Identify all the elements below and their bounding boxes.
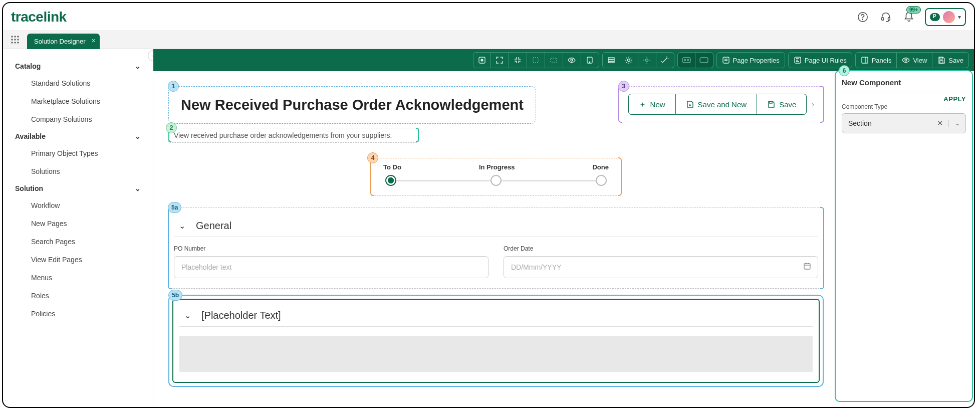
- svg-rect-21: [608, 60, 614, 61]
- tool-settings2-icon[interactable]: [638, 52, 656, 68]
- po-number-label: PO Number: [174, 245, 488, 252]
- svg-point-9: [17, 39, 19, 41]
- tool-settings-icon[interactable]: [620, 52, 638, 68]
- actions-region[interactable]: 3 ＋ New Save and New: [619, 86, 824, 122]
- callout-6: 6: [839, 65, 850, 76]
- save-toolbar-button[interactable]: Save: [932, 52, 969, 68]
- apps-grid-icon[interactable]: [7, 31, 23, 49]
- svg-rect-31: [862, 57, 868, 63]
- sidebar-item-workflow[interactable]: Workflow: [3, 196, 153, 215]
- tool-frame-icon[interactable]: [527, 52, 545, 68]
- svg-rect-28: [700, 58, 708, 63]
- callout-3: 3: [618, 81, 629, 92]
- step-dot-3[interactable]: [596, 175, 607, 186]
- help-icon[interactable]: [856, 10, 870, 24]
- sidebar-item-menus[interactable]: Menus: [3, 269, 153, 287]
- section-title-placeholder: [Placeholder Text]: [201, 310, 281, 321]
- order-date-label: Order Date: [504, 245, 818, 252]
- component-type-label: Component Type: [842, 103, 966, 110]
- tool-select-icon[interactable]: [473, 52, 491, 68]
- component-type-select[interactable]: Section ✕ ⌄: [842, 113, 966, 133]
- sidebar-group-available[interactable]: Available ⌄: [3, 128, 153, 144]
- apply-button[interactable]: APPLY: [943, 95, 966, 103]
- chevron-down-icon: ⌄: [135, 62, 141, 70]
- chevron-down-icon[interactable]: ⌄: [948, 120, 965, 127]
- sidebar-group-catalog[interactable]: Catalog ⌄: [3, 58, 153, 74]
- stepper-region[interactable]: 4 To Do In Progress Done: [371, 158, 621, 195]
- page-properties-button[interactable]: Page Properties: [716, 52, 785, 68]
- step-label-2: In Progress: [479, 163, 515, 171]
- callout-5a: 5a: [168, 202, 181, 213]
- notifications-badge: 99+: [906, 6, 921, 14]
- chevron-down-icon: ⌄: [135, 184, 141, 192]
- profile-menu[interactable]: ▾: [925, 8, 966, 26]
- sidebar-item-policies[interactable]: Policies: [3, 305, 153, 323]
- calendar-icon[interactable]: [803, 262, 811, 270]
- sidebar-item-new-pages[interactable]: New Pages: [3, 215, 153, 233]
- svg-point-23: [628, 59, 630, 62]
- sidebar-item-marketplace-solutions[interactable]: Marketplace Solutions: [3, 92, 153, 110]
- svg-point-12: [17, 42, 19, 44]
- step-dot-2[interactable]: [491, 175, 502, 186]
- sidebar-item-search-pages[interactable]: Search Pages: [3, 233, 153, 251]
- save-and-new-button[interactable]: Save and New: [676, 94, 758, 115]
- svg-rect-25: [682, 58, 690, 63]
- component-type-value: Section: [842, 119, 931, 127]
- sidebar-item-company-solutions[interactable]: Company Solutions: [3, 110, 153, 128]
- svg-point-33: [905, 59, 907, 61]
- step-dot-1[interactable]: [385, 175, 396, 186]
- svg-point-11: [14, 42, 16, 44]
- subtitle-text: View received purchase order acknowledge…: [174, 131, 413, 139]
- sidebar-item-standard-solutions[interactable]: Standard Solutions: [3, 74, 153, 92]
- tool-frame2-icon[interactable]: [545, 52, 563, 68]
- tab-solution-designer[interactable]: Solution Designer ✕: [27, 34, 100, 49]
- chevron-right-icon[interactable]: ›: [812, 100, 814, 108]
- close-icon[interactable]: ✕: [91, 38, 96, 44]
- tool-device-icon[interactable]: [581, 52, 599, 68]
- tool-wand-icon[interactable]: [656, 52, 674, 68]
- tool-collapse-icon[interactable]: [509, 52, 527, 68]
- subtitle-region[interactable]: 2 View received purchase order acknowled…: [168, 128, 419, 143]
- svg-rect-37: [804, 264, 810, 269]
- tool-expand-icon[interactable]: [491, 52, 509, 68]
- chevron-down-icon[interactable]: ⌄: [182, 311, 192, 320]
- sidebar-item-roles[interactable]: Roles: [3, 287, 153, 305]
- svg-point-26: [684, 60, 685, 61]
- svg-rect-29: [723, 57, 729, 63]
- avatar: [943, 11, 955, 23]
- sidebar-item-view-edit-pages[interactable]: View Edit Pages: [3, 251, 153, 269]
- svg-point-8: [14, 39, 16, 41]
- panels-button[interactable]: Panels: [855, 52, 897, 68]
- page-title-region[interactable]: 1 New Received Purchase Order Acknowledg…: [168, 86, 536, 124]
- clear-icon[interactable]: ✕: [931, 119, 948, 128]
- callout-1: 1: [168, 81, 179, 92]
- view-button[interactable]: View: [897, 52, 932, 68]
- po-number-input[interactable]: [174, 256, 488, 278]
- save-button[interactable]: Save: [757, 94, 807, 115]
- tool-data-icon[interactable]: [602, 52, 620, 68]
- svg-rect-35: [940, 61, 943, 63]
- section-general[interactable]: 5a ⌄ General PO Number Order Date: [168, 208, 824, 289]
- order-date-input[interactable]: [504, 256, 818, 278]
- sidebar-item-solutions-available[interactable]: Solutions: [3, 162, 153, 180]
- plus-icon: ＋: [639, 100, 646, 109]
- tool-vr2-icon[interactable]: [695, 52, 713, 68]
- section-title: General: [196, 220, 231, 232]
- svg-point-19: [589, 62, 590, 63]
- section-drop-zone[interactable]: [179, 336, 813, 372]
- chevron-down-icon[interactable]: ⌄: [177, 221, 187, 231]
- notifications-icon[interactable]: 99+: [902, 10, 916, 24]
- tab-strip: Solution Designer ✕: [3, 31, 974, 49]
- tool-visibility-icon[interactable]: [563, 52, 581, 68]
- tool-vr-icon[interactable]: [677, 52, 695, 68]
- svg-point-1: [862, 19, 863, 19]
- designer-toolbar: Page Properties Page UI Rules Panels: [153, 49, 974, 71]
- sidebar: ‹ Catalog ⌄ Standard Solutions Marketpla…: [3, 49, 153, 407]
- page-title: New Received Purchase Order Acknowledgem…: [179, 93, 526, 117]
- new-button[interactable]: ＋ New: [628, 94, 676, 115]
- sidebar-group-solution[interactable]: Solution ⌄: [3, 180, 153, 196]
- headset-icon[interactable]: [879, 10, 893, 24]
- sidebar-item-primary-object-types[interactable]: Primary Object Types: [3, 144, 153, 162]
- svg-rect-3: [888, 17, 890, 20]
- section-placeholder-selected[interactable]: 5b ⌄ [Placeholder Text]: [168, 295, 824, 387]
